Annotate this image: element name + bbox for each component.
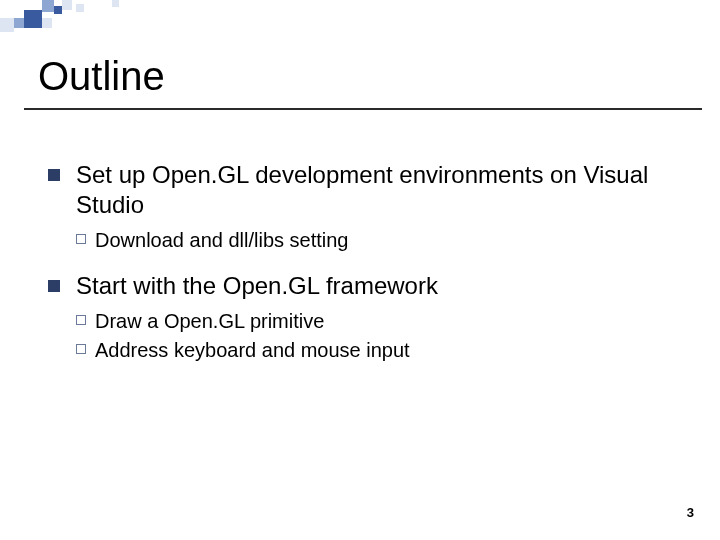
- bullet-square-icon: [48, 169, 60, 181]
- bullet-level1: Set up Open.GL development environments …: [48, 160, 680, 253]
- bullet-text: Start with the Open.GL framework: [76, 271, 680, 301]
- bullet-hollow-square-icon: [76, 315, 86, 325]
- bullet-text: Download and dll/libs setting: [95, 228, 680, 253]
- slide-content: Set up Open.GL development environments …: [48, 160, 680, 381]
- bullet-level2: Download and dll/libs setting: [76, 228, 680, 253]
- bullet-text: Draw a Open.GL primitive: [95, 309, 680, 334]
- bullet-level2: Address keyboard and mouse input: [76, 338, 680, 363]
- bullet-square-icon: [48, 280, 60, 292]
- slide-title: Outline: [38, 54, 165, 99]
- bullet-text: Address keyboard and mouse input: [95, 338, 680, 363]
- bullet-level1: Start with the Open.GL framework Draw a …: [48, 271, 680, 363]
- bullet-level2: Draw a Open.GL primitive: [76, 309, 680, 334]
- bullet-hollow-square-icon: [76, 344, 86, 354]
- decorative-corner: [0, 0, 150, 35]
- title-underline: [24, 108, 702, 110]
- page-number: 3: [687, 505, 694, 520]
- bullet-hollow-square-icon: [76, 234, 86, 244]
- bullet-text: Set up Open.GL development environments …: [76, 160, 680, 220]
